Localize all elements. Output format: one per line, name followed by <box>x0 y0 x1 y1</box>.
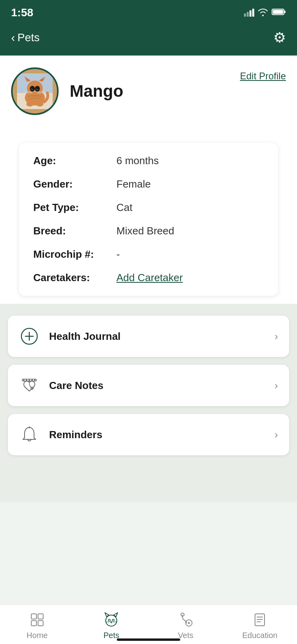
svg-point-48 <box>188 622 190 624</box>
breed-label: Breed: <box>33 225 116 237</box>
info-row-breed: Breed: Mixed Breed <box>33 225 264 237</box>
health-journal-icon <box>19 326 40 347</box>
info-section: Age: 6 months Gender: Female Pet Type: C… <box>0 127 297 304</box>
tab-vets[interactable]: Vets <box>148 611 223 640</box>
svg-point-39 <box>106 615 117 626</box>
care-notes-chevron-icon: › <box>274 380 278 392</box>
age-label: Age: <box>33 155 116 167</box>
add-caretaker-button[interactable]: Add Caretaker <box>116 272 183 284</box>
status-icons <box>244 8 286 18</box>
health-journal-item[interactable]: Health Journal › <box>8 316 289 357</box>
edit-profile-button[interactable]: Edit Profile <box>240 71 286 82</box>
vets-tab-label: Vets <box>178 631 193 640</box>
care-notes-item[interactable]: Care Notes › <box>8 365 289 406</box>
svg-point-17 <box>34 91 36 92</box>
vets-tab-icon <box>177 611 194 629</box>
reminders-label: Reminders <box>49 429 265 441</box>
reminders-item[interactable]: Reminders › <box>8 414 289 455</box>
pets-tab-icon <box>103 611 120 629</box>
svg-rect-37 <box>31 621 36 626</box>
home-indicator <box>117 638 180 641</box>
signal-icon <box>244 9 254 17</box>
svg-point-42 <box>109 619 110 621</box>
nav-back-label: Pets <box>17 31 40 44</box>
tab-pets[interactable]: Pets <box>74 611 149 640</box>
breed-value: Mixed Breed <box>116 225 174 237</box>
reminders-chevron-icon: › <box>274 429 278 441</box>
svg-point-28 <box>23 380 25 381</box>
home-tab-icon <box>29 611 46 629</box>
wifi-icon <box>257 8 268 18</box>
svg-rect-2 <box>273 10 283 14</box>
health-journal-chevron-icon: › <box>274 330 278 343</box>
info-row-caretakers: Caretakers: Add Caretaker <box>33 272 264 284</box>
age-value: 6 months <box>116 155 159 167</box>
info-row-gender: Gender: Female <box>33 178 264 190</box>
svg-point-6 <box>27 80 43 96</box>
battery-icon <box>272 8 286 17</box>
back-chevron-icon: ‹ <box>11 31 15 44</box>
svg-point-15 <box>32 88 33 89</box>
health-journal-label: Health Journal <box>49 330 265 343</box>
education-tab-icon <box>251 611 268 629</box>
home-tab-label: Home <box>27 631 48 640</box>
info-row-microchip: Microchip #: - <box>33 248 264 261</box>
gender-label: Gender: <box>33 178 116 190</box>
settings-gear-icon[interactable]: ⚙ <box>273 29 286 46</box>
profile-top-row: Mango Edit Profile <box>11 67 286 115</box>
caretakers-label: Caretakers: <box>33 272 116 284</box>
svg-rect-36 <box>38 614 43 619</box>
pet-type-value: Cat <box>116 201 132 214</box>
education-tab-label: Education <box>242 631 278 640</box>
microchip-value: - <box>116 248 120 261</box>
microchip-label: Microchip #: <box>33 248 116 261</box>
svg-point-16 <box>37 88 38 89</box>
care-notes-icon <box>19 375 40 396</box>
gray-section: Health Journal › Care Notes › <box>0 304 297 502</box>
back-button[interactable]: ‹ Pets <box>11 31 40 44</box>
svg-rect-1 <box>284 11 286 13</box>
svg-point-43 <box>112 619 114 621</box>
reminders-icon <box>19 424 40 445</box>
svg-point-23 <box>36 102 44 107</box>
tab-home[interactable]: Home <box>0 611 74 640</box>
status-time: 1:58 <box>11 6 33 19</box>
info-row-age: Age: 6 months <box>33 155 264 167</box>
svg-point-31 <box>31 380 33 381</box>
pet-type-label: Pet Type: <box>33 201 116 214</box>
tab-education[interactable]: Education <box>223 611 297 640</box>
svg-point-30 <box>29 380 30 381</box>
tab-bar: Home Pets <box>0 604 297 644</box>
profile-section: Mango Edit Profile <box>0 56 297 127</box>
svg-point-29 <box>26 380 27 381</box>
svg-point-22 <box>26 102 33 107</box>
svg-rect-38 <box>38 621 43 626</box>
nav-header: ‹ Pets ⚙ <box>0 24 297 56</box>
gender-value: Female <box>116 178 151 190</box>
pet-avatar <box>11 67 59 115</box>
info-card: Age: 6 months Gender: Female Pet Type: C… <box>19 143 278 296</box>
svg-point-32 <box>34 380 36 381</box>
status-bar: 1:58 <box>0 0 297 24</box>
pet-photo <box>17 73 53 109</box>
svg-rect-35 <box>31 614 36 619</box>
info-row-pet-type: Pet Type: Cat <box>33 201 264 214</box>
care-notes-label: Care Notes <box>49 380 265 392</box>
pet-name: Mango <box>70 82 229 101</box>
